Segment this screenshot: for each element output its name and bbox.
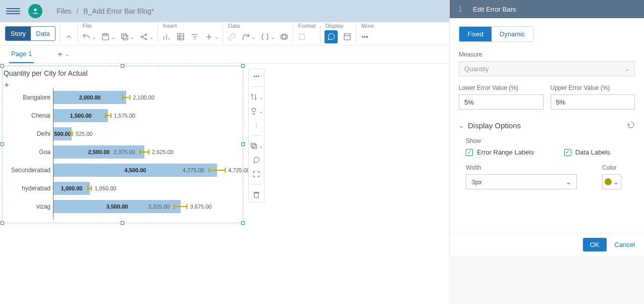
breadcrumb-current[interactable]: B_Add Error Bar Blog* xyxy=(83,7,154,15)
reset-icon[interactable] xyxy=(627,121,635,130)
chart-icon[interactable] xyxy=(162,32,171,41)
lower-error-label: Lower Error Value (%) xyxy=(459,84,544,91)
display-options-header[interactable]: ⌄ Display Options xyxy=(459,121,635,130)
ok-button[interactable]: OK xyxy=(583,238,607,251)
chart-plot: Bangalore2,000.002,100.00Chenai1,500.001… xyxy=(53,88,243,220)
svg-rect-63 xyxy=(254,193,258,197)
dimension-icon[interactable] xyxy=(280,32,289,41)
link-icon xyxy=(227,32,236,41)
bar-row: Goa2,500.002,375.002,625.00 xyxy=(53,143,243,161)
error-lower-label: 4,275.00 xyxy=(183,167,204,173)
svg-rect-7 xyxy=(102,34,109,40)
table-icon[interactable] xyxy=(176,32,185,41)
svg-point-59 xyxy=(258,76,259,77)
delete-icon[interactable] xyxy=(252,191,260,199)
undo-icon[interactable]: ⌄ xyxy=(82,32,96,41)
chevron-up-icon[interactable] xyxy=(64,32,73,41)
mode-story[interactable]: Story xyxy=(6,27,31,40)
width-dropdown[interactable]: 3px ⌄ xyxy=(466,174,577,189)
bar[interactable]: 1,500.00 xyxy=(53,109,108,122)
plus-icon[interactable]: ⌄ xyxy=(204,32,219,41)
svg-point-13 xyxy=(145,38,147,40)
svg-point-0 xyxy=(34,9,36,11)
mode-toggle[interactable]: Story Data xyxy=(5,26,56,41)
filter-icon[interactable] xyxy=(190,32,199,41)
edit-error-bars-panel: Edit Error Bars Fixed Dynamic Measure Qu… xyxy=(449,0,644,256)
panel-header: Edit Error Bars xyxy=(450,0,644,18)
width-label: Width xyxy=(466,164,577,171)
more-dots-icon[interactable] xyxy=(252,72,260,80)
bar[interactable]: 2,000.00 xyxy=(53,91,126,104)
hamburger-icon[interactable] xyxy=(6,8,20,14)
comment-widget-icon[interactable] xyxy=(252,156,260,164)
error-bar xyxy=(87,185,92,192)
svg-rect-8 xyxy=(104,34,107,36)
color-swatch xyxy=(605,178,612,185)
error-lower-label: 3,325.00 xyxy=(148,204,170,210)
error-upper-label: 525.00 xyxy=(76,131,93,137)
refresh-icon[interactable]: ⌄ xyxy=(241,32,255,41)
chevron-down-icon: ⌄ xyxy=(566,178,571,186)
bar-row: Delhi500.00525.00 xyxy=(53,125,243,143)
svg-line-14 xyxy=(142,35,145,36)
fullscreen-icon[interactable] xyxy=(252,170,260,178)
upper-error-input[interactable] xyxy=(551,94,635,110)
more-icon[interactable] xyxy=(360,32,369,41)
svg-line-15 xyxy=(142,37,145,39)
group-label-insert: Insert xyxy=(162,23,219,29)
bar-row: vizag3,500.003,325.003,675.00 xyxy=(53,197,243,216)
copy-icon[interactable]: ⌄ xyxy=(120,32,134,41)
bar[interactable]: 1,000.00 xyxy=(53,182,90,195)
breadcrumb-root[interactable]: Files xyxy=(57,7,72,15)
measure-dropdown[interactable]: Quantity ⌄ xyxy=(459,61,635,76)
chevron-down-icon: ⌄ xyxy=(459,122,464,129)
bar-category-label: Secunderabad xyxy=(3,167,50,174)
color-label: Color xyxy=(602,164,621,171)
upper-error-label: Upper Error Value (%) xyxy=(551,84,635,91)
error-upper-label: 1,575.00 xyxy=(114,113,135,119)
bar-category-label: hyderabad xyxy=(3,185,50,192)
color-picker[interactable]: ⌄ xyxy=(602,174,621,189)
svg-point-35 xyxy=(366,36,367,37)
chart-widget[interactable]: Quantity per City for Actual ◈ Bangalore… xyxy=(2,66,243,223)
mode-data[interactable]: Data xyxy=(31,27,55,40)
svg-point-12 xyxy=(145,34,147,35)
copy-widget-icon[interactable]: ⌄ xyxy=(250,142,263,150)
lower-error-input[interactable] xyxy=(459,94,544,110)
group-label-display: Display xyxy=(325,23,352,29)
group-label-more: More xyxy=(360,23,374,29)
cancel-button[interactable]: Cancel xyxy=(615,241,635,248)
braces-icon[interactable]: ⌄ xyxy=(260,32,275,41)
page-tab-1[interactable]: Page 1 xyxy=(9,45,34,63)
bar-row: hyderabad1,000.001,050.00 xyxy=(53,179,243,197)
bar-category-label: Goa xyxy=(3,148,50,156)
seg-dynamic[interactable]: Dynamic xyxy=(492,27,533,41)
chk-error-range-labels[interactable]: ✓ Error Range Labels xyxy=(466,148,534,156)
bar-row: Chenai1,500.001,575.00 xyxy=(53,107,243,125)
svg-rect-31 xyxy=(344,34,350,40)
chk-data-labels[interactable]: ✓ Data Labels xyxy=(564,148,610,156)
bar-row: Bangalore2,000.002,100.00 xyxy=(53,88,243,107)
chart-title: Quantity per City for Actual xyxy=(3,66,243,79)
format-icon xyxy=(297,32,306,41)
bar-row: Secunderabad4,500.004,275.004,725.00 xyxy=(53,161,243,179)
avatar[interactable] xyxy=(28,4,42,18)
svg-point-34 xyxy=(364,36,365,37)
share-icon[interactable]: ⌄ xyxy=(139,32,153,41)
svg-rect-9 xyxy=(123,35,128,40)
svg-rect-30 xyxy=(299,34,305,40)
bar[interactable]: 500.00 xyxy=(53,127,72,140)
panel-title: Edit Error Bars xyxy=(473,6,516,13)
layout-icon[interactable] xyxy=(343,32,352,41)
error-bar xyxy=(173,203,188,210)
error-type-toggle[interactable]: Fixed Dynamic xyxy=(459,26,533,42)
seg-fixed[interactable]: Fixed xyxy=(459,27,492,41)
save-icon[interactable]: ⌄ xyxy=(101,32,115,41)
sort-icon[interactable]: ⌄ xyxy=(250,93,263,101)
svg-rect-19 xyxy=(178,34,184,40)
error-bar xyxy=(122,94,131,101)
add-page-icon[interactable]: ＋⌄ xyxy=(56,49,69,60)
rank-icon[interactable]: ⌄ xyxy=(250,107,263,115)
comment-icon[interactable] xyxy=(325,30,338,43)
variance-icon[interactable] xyxy=(252,121,260,129)
